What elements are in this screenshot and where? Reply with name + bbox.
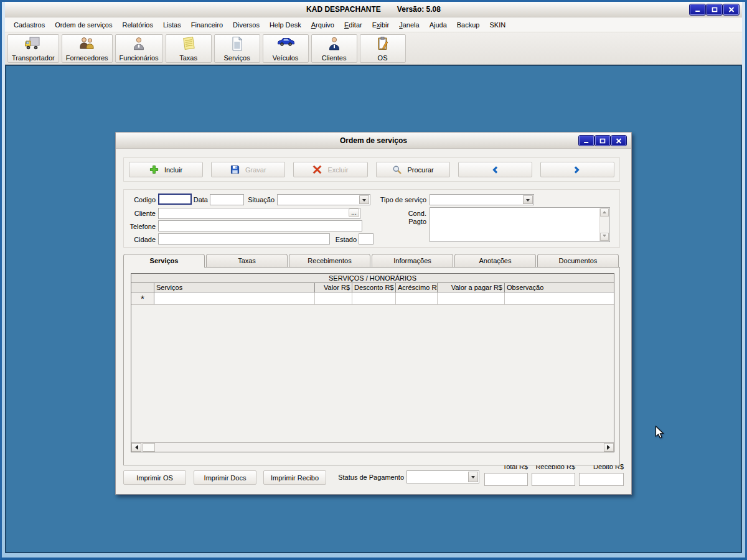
- data-input[interactable]: [210, 194, 244, 205]
- next-button[interactable]: [540, 162, 614, 177]
- tab-strip: ServiçosTaxasRecebimentosInformaçõesAnot…: [123, 254, 620, 267]
- status-dropdown-button[interactable]: [468, 472, 478, 482]
- procurar-button[interactable]: Procurar: [376, 162, 450, 177]
- notepad-icon: [181, 36, 196, 51]
- tab-documentos[interactable]: Documentos: [537, 254, 619, 267]
- imprimir-os-button[interactable]: Imprimir OS: [123, 470, 186, 485]
- close-icon: [728, 7, 735, 12]
- toolbar-button-fornecedores[interactable]: Fornecedores: [62, 34, 113, 63]
- grid-cell[interactable]: [396, 292, 438, 304]
- tab-servicos[interactable]: Serviços: [123, 254, 205, 268]
- menu-item-cadastros[interactable]: Cadastros: [9, 21, 50, 29]
- scrollbar-track[interactable]: [155, 443, 604, 452]
- grid-column-header-acrescimo-r[interactable]: Acréscimo R$: [396, 283, 438, 292]
- arrow-left-icon: [133, 445, 138, 450]
- scroll-right-button[interactable]: [604, 443, 614, 452]
- tab-recebimentos[interactable]: Recebimentos: [289, 254, 370, 267]
- servicos-grid[interactable]: SERVIÇOS / HONORÁRIOS ServiçosValor R$De…: [131, 273, 614, 452]
- dialog-close-button[interactable]: [611, 136, 626, 146]
- dialog-minimize-button[interactable]: [579, 136, 594, 146]
- close-button[interactable]: [723, 4, 739, 15]
- previous-button[interactable]: [458, 162, 532, 177]
- grid-cell[interactable]: [315, 292, 352, 304]
- chevron-down-icon: [526, 199, 530, 203]
- dialog-title: Ordem de serviços: [340, 136, 407, 145]
- new-row-marker-cell[interactable]: *: [131, 292, 154, 304]
- tab-informacoes[interactable]: Informações: [372, 254, 453, 267]
- ordem-de-servicos-dialog: Ordem de serviços IncluirGravarExcluirPr…: [115, 132, 632, 495]
- recebido-r-field[interactable]: [532, 473, 575, 486]
- menu-item-financeiro[interactable]: Financeiro: [186, 21, 228, 29]
- menu-item-janela[interactable]: Janela: [394, 21, 424, 29]
- tab-anotacoes[interactable]: Anotações: [454, 254, 536, 267]
- toolbar-button-funcionarios[interactable]: Funcionários: [115, 34, 163, 63]
- dialog-maximize-button[interactable]: [595, 136, 610, 146]
- grid-column-header-valor-r[interactable]: Valor R$: [315, 283, 352, 292]
- debito-r-field[interactable]: [579, 473, 624, 486]
- situacao-label: Situação: [245, 196, 275, 204]
- minimize-icon: [695, 7, 701, 12]
- grid-column-header-desconto-r[interactable]: Desconto R$: [352, 283, 396, 292]
- tipo-servico-select[interactable]: [430, 194, 534, 205]
- cond-pagto-scrollbar[interactable]: [599, 208, 609, 241]
- grid-cell[interactable]: [154, 292, 315, 304]
- menu-item-help-desk[interactable]: Help Desk: [265, 21, 306, 29]
- toolbar-button-veiculos[interactable]: Veículos: [263, 34, 309, 63]
- grid-new-row[interactable]: *: [131, 292, 614, 305]
- cond-pagto-textarea[interactable]: [430, 207, 610, 242]
- incluir-button[interactable]: Incluir: [129, 162, 203, 177]
- menu-item-backup[interactable]: Backup: [452, 21, 485, 29]
- cliente-browse-button[interactable]: ...: [349, 208, 359, 217]
- employee-icon: [131, 36, 146, 51]
- toolbar-button-transportador[interactable]: Transportador: [7, 34, 59, 63]
- gravar-button[interactable]: Gravar: [211, 162, 285, 177]
- estado-input[interactable]: [359, 233, 374, 245]
- scrollbar-thumb[interactable]: [143, 443, 155, 452]
- menu-item-editar[interactable]: Editar: [339, 21, 367, 29]
- situacao-select[interactable]: [277, 194, 370, 205]
- total-r-field[interactable]: [484, 473, 528, 486]
- menu-item-diversos[interactable]: Diversos: [228, 21, 265, 29]
- grid-cell[interactable]: [352, 292, 396, 304]
- toolbar-button-os[interactable]: OS: [360, 34, 406, 63]
- imprimir-docs-button[interactable]: Imprimir Docs: [194, 470, 256, 485]
- tab-taxas[interactable]: Taxas: [206, 254, 288, 267]
- grid-horizontal-scrollbar[interactable]: [131, 442, 614, 452]
- telefone-input[interactable]: [158, 220, 362, 231]
- situacao-dropdown-button[interactable]: [359, 195, 369, 204]
- toolbar-button-clientes[interactable]: Clientes: [311, 34, 357, 63]
- tipo-servico-dropdown-button[interactable]: [523, 195, 533, 204]
- scroll-left-button[interactable]: [131, 443, 141, 452]
- grid-cell[interactable]: [505, 292, 614, 304]
- scroll-down-button[interactable]: [600, 233, 609, 241]
- menu-item-arquivo[interactable]: Arquivo: [306, 21, 339, 29]
- menu-item-exibir[interactable]: Exibir: [367, 21, 395, 29]
- menu-item-ajuda[interactable]: Ajuda: [425, 21, 452, 29]
- scroll-up-button[interactable]: [600, 208, 609, 217]
- menu-item-ordem-de-servicos[interactable]: Ordem de serviços: [50, 21, 117, 29]
- minimize-button[interactable]: [690, 4, 705, 15]
- grid-selector-column-header[interactable]: [131, 283, 154, 292]
- menu-item-skin[interactable]: SKIN: [484, 21, 510, 29]
- grid-column-header-observacao[interactable]: Observação: [505, 283, 614, 292]
- grid-column-header-valor-a-pagar-r[interactable]: Valor a pagar R$: [438, 283, 505, 292]
- grid-column-header-servicos[interactable]: Serviços: [154, 283, 315, 292]
- dialog-titlebar[interactable]: Ordem de serviços: [116, 133, 631, 149]
- maximize-button[interactable]: [707, 4, 722, 15]
- codigo-input[interactable]: [158, 194, 192, 205]
- status-pagamento-select[interactable]: [406, 470, 479, 483]
- cidade-input[interactable]: [158, 233, 330, 245]
- toolbar-button-taxas[interactable]: Taxas: [166, 34, 212, 63]
- car-icon: [276, 36, 295, 47]
- grid-cell[interactable]: [438, 292, 505, 304]
- imprimir-recibo-button[interactable]: Imprimir Recibo: [263, 470, 326, 485]
- arrow-right-icon: [607, 445, 613, 450]
- menu-item-relatorios[interactable]: Relatórios: [117, 21, 158, 29]
- record-actions-toolbar: IncluirGravarExcluirProcurar: [123, 157, 620, 182]
- menu-item-listas[interactable]: Listas: [158, 21, 186, 29]
- cliente-input[interactable]: [158, 208, 360, 219]
- close-icon: [616, 138, 622, 144]
- tipo-servico-label: Tipo de serviço: [375, 196, 426, 204]
- excluir-button[interactable]: Excluir: [293, 162, 367, 177]
- toolbar-button-servicos[interactable]: Serviços: [214, 34, 260, 63]
